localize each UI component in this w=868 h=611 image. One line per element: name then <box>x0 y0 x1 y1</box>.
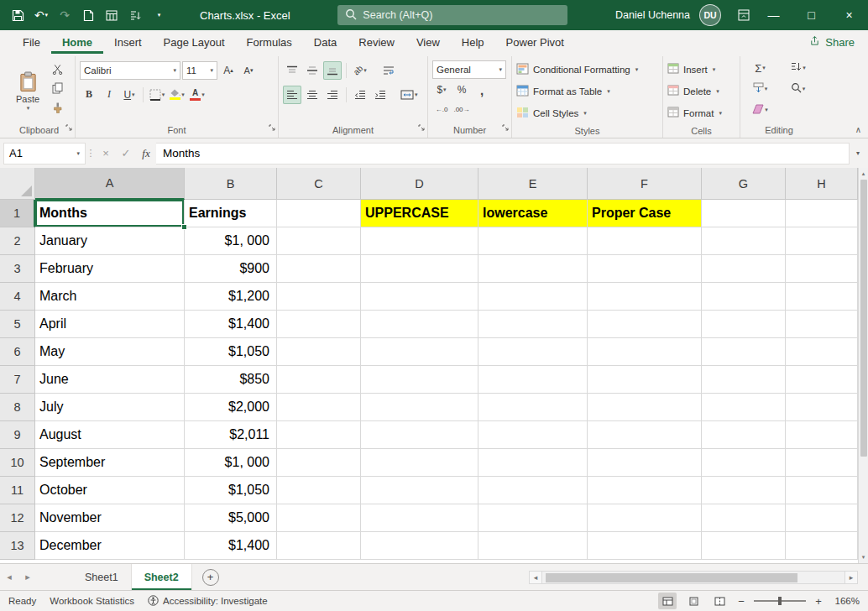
conditional-formatting-button[interactable]: Conditional Formatting ▾ <box>516 59 658 80</box>
cell-A3[interactable]: February <box>35 255 185 283</box>
column-header-A[interactable]: A <box>35 168 185 200</box>
row-header-10[interactable]: 10 <box>0 449 35 477</box>
cell-H7[interactable] <box>786 366 858 394</box>
cell-H13[interactable] <box>786 532 858 560</box>
cell-C13[interactable] <box>277 532 361 560</box>
cell-E3[interactable] <box>478 255 588 283</box>
cell-B10[interactable]: $1, 000 <box>185 449 277 477</box>
cell-B2[interactable]: $1, 000 <box>185 227 277 255</box>
align-left-button[interactable] <box>283 86 301 104</box>
tab-page-layout[interactable]: Page Layout <box>153 30 236 54</box>
cell-D4[interactable] <box>361 283 478 311</box>
cell-F8[interactable] <box>588 394 702 421</box>
tab-data[interactable]: Data <box>303 30 348 54</box>
share-button[interactable]: Share <box>809 30 855 54</box>
cell-D2[interactable] <box>361 227 478 255</box>
new-file-icon[interactable] <box>77 4 99 26</box>
cell-D10[interactable] <box>361 449 478 477</box>
zoom-slider[interactable] <box>754 600 806 602</box>
row-header-4[interactable]: 4 <box>0 283 35 311</box>
cell-F4[interactable] <box>588 283 702 311</box>
cell-G2[interactable] <box>702 227 786 255</box>
cell-B8[interactable]: $2,000 <box>185 394 277 421</box>
cell-C8[interactable] <box>277 394 361 421</box>
user-name[interactable]: Daniel Uchenna <box>615 9 690 21</box>
zoom-in-button[interactable]: + <box>813 595 824 608</box>
select-all-corner[interactable] <box>0 168 35 200</box>
row-header-5[interactable]: 5 <box>0 311 35 338</box>
cell-H3[interactable] <box>786 255 858 283</box>
row-header-1[interactable]: 1 <box>0 200 35 227</box>
sheet-tab-sheet2[interactable]: Sheet2 <box>132 564 192 590</box>
copy-button[interactable] <box>48 80 66 97</box>
vertical-scrollbar[interactable]: ▴ ▾ <box>858 168 868 563</box>
cell-F1[interactable]: Proper Case <box>588 200 702 227</box>
zoom-level[interactable]: 166% <box>831 596 860 606</box>
column-header-B[interactable]: B <box>185 168 277 200</box>
cell-A5[interactable]: April <box>35 311 185 338</box>
cell-F9[interactable] <box>588 421 702 449</box>
sort-filter-button[interactable]: ▾ <box>782 58 813 78</box>
row-header-13[interactable]: 13 <box>0 532 35 560</box>
cell-C4[interactable] <box>277 283 361 311</box>
format-cells-button[interactable]: Format ▾ <box>667 102 735 123</box>
cell-D5[interactable] <box>361 311 478 338</box>
delete-cells-button[interactable]: Delete ▾ <box>667 81 735 102</box>
cell-E6[interactable] <box>478 338 588 366</box>
row-header-6[interactable]: 6 <box>0 338 35 366</box>
new-sheet-button[interactable]: + <box>202 569 219 586</box>
workbook-statistics-button[interactable]: Workbook Statistics <box>50 596 134 606</box>
tab-file[interactable]: File <box>12 30 51 54</box>
borders-button[interactable]: ▾ <box>148 86 166 104</box>
cell-styles-button[interactable]: Cell Styles ▾ <box>516 102 658 123</box>
page-break-view-button[interactable] <box>710 593 729 609</box>
align-center-button[interactable] <box>303 86 322 104</box>
cell-E9[interactable] <box>478 421 588 449</box>
currency-format-button[interactable]: $▾ <box>432 81 451 99</box>
column-header-H[interactable]: H <box>786 168 858 200</box>
collapse-ribbon-icon[interactable]: ∧ <box>855 125 861 134</box>
cell-C10[interactable] <box>277 449 361 477</box>
cell-H1[interactable] <box>786 200 858 227</box>
maximize-button[interactable]: □ <box>792 0 830 30</box>
alignment-dialog-launcher-icon[interactable] <box>418 119 425 134</box>
cell-E2[interactable] <box>478 227 588 255</box>
formula-input[interactable]: Months <box>156 143 850 164</box>
cell-G11[interactable] <box>702 477 786 504</box>
cell-C9[interactable] <box>277 421 361 449</box>
cell-D9[interactable] <box>361 421 478 449</box>
cell-D11[interactable] <box>361 477 478 504</box>
cell-G5[interactable] <box>702 311 786 338</box>
cell-E12[interactable] <box>478 504 588 532</box>
cell-E1[interactable]: lowercase <box>478 200 588 227</box>
tab-insert[interactable]: Insert <box>103 30 153 54</box>
row-header-8[interactable]: 8 <box>0 394 35 421</box>
cell-A4[interactable]: March <box>35 283 185 311</box>
underline-button[interactable]: U▾ <box>120 86 139 104</box>
cell-B3[interactable]: $900 <box>185 255 277 283</box>
cell-H12[interactable] <box>786 504 858 532</box>
bottom-align-button[interactable] <box>323 61 342 80</box>
font-dialog-launcher-icon[interactable] <box>269 119 275 134</box>
cell-C2[interactable] <box>277 227 361 255</box>
cut-button[interactable] <box>48 60 66 77</box>
insert-function-button[interactable]: fx <box>136 143 156 164</box>
cell-H6[interactable] <box>786 338 858 366</box>
cell-A10[interactable]: September <box>35 449 185 477</box>
cell-D8[interactable] <box>361 394 478 421</box>
cell-B11[interactable]: $1,050 <box>185 477 277 504</box>
align-right-button[interactable] <box>323 86 342 104</box>
merge-center-button[interactable]: ▾ <box>400 86 419 104</box>
font-color-button[interactable]: A ▾ <box>188 86 207 104</box>
cell-F11[interactable] <box>588 477 702 504</box>
enter-button[interactable]: ✓ <box>116 143 136 164</box>
sort-icon[interactable] <box>124 4 146 26</box>
cell-F13[interactable] <box>588 532 702 560</box>
page-layout-view-button[interactable] <box>684 593 703 609</box>
cell-B7[interactable]: $850 <box>185 366 277 394</box>
row-header-11[interactable]: 11 <box>0 477 35 504</box>
column-header-F[interactable]: F <box>588 168 702 200</box>
cell-B6[interactable]: $1,050 <box>185 338 277 366</box>
wrap-text-button[interactable] <box>379 61 398 80</box>
cell-G7[interactable] <box>702 366 786 394</box>
